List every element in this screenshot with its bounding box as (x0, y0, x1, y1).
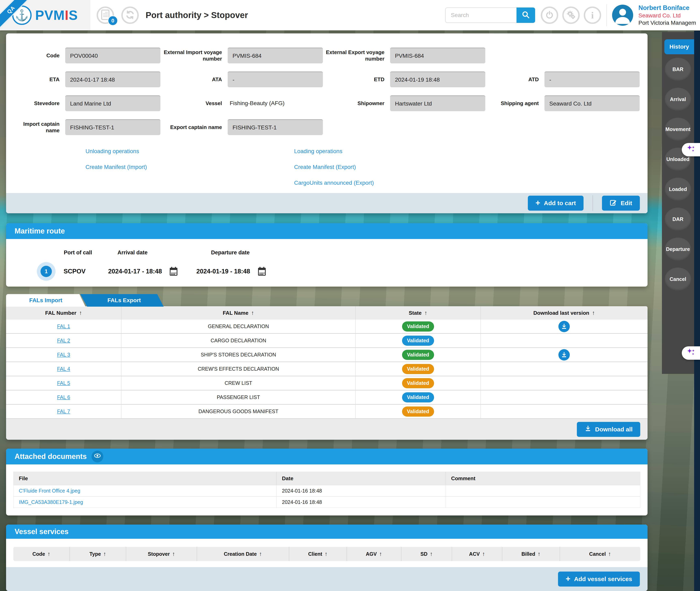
logo-pvm: PVM (35, 8, 65, 23)
arrival-calendar-icon[interactable] (169, 267, 178, 276)
shipowner-label: Shipowner (323, 100, 390, 107)
refresh-button[interactable] (121, 6, 139, 24)
creation-date-column-header[interactable]: Creation Date↑ (197, 547, 289, 561)
fal-number-link[interactable]: FAL 5 (57, 380, 70, 386)
table-row: IMG_CA53A380E179-1.jpeg 2024-01-16 18:48 (13, 496, 640, 508)
ai-assistant-button[interactable] (682, 143, 700, 156)
stopover-column-header[interactable]: Stopover↑ (126, 547, 197, 561)
state-badge: Validated (402, 406, 434, 417)
departure-calendar-icon[interactable] (257, 267, 266, 276)
state-badge: Validated (402, 364, 434, 374)
fal-name-cell: DANGEROUS GOODS MANIFEST (122, 405, 356, 418)
download-icon[interactable] (558, 321, 570, 332)
sidebar-item-bar[interactable]: BAR (665, 58, 691, 81)
stopover-status-sidebar: History BAR Arrival Movement Unloaded Lo… (662, 32, 694, 374)
settings-button[interactable] (562, 6, 580, 24)
table-row: FAL 4 CREW'S EFFECTS DECLARATION Validat… (6, 362, 647, 376)
edit-button[interactable]: Edit (602, 196, 640, 211)
sidebar-item-dar[interactable]: DAR (665, 208, 691, 231)
state-header[interactable]: State↑ (356, 306, 481, 320)
arrival-date-column-label: Arrival date (118, 250, 148, 256)
vessel-services-title: Vessel services (15, 527, 68, 536)
plus-icon: + (566, 575, 570, 583)
eta-label: ETA (12, 76, 65, 83)
fals-footer-bar: Download all (6, 419, 647, 440)
fal-number-header[interactable]: FAL Number↑ (6, 306, 122, 320)
sort-asc-icon: ↑ (537, 551, 540, 557)
fal-name-header[interactable]: FAL Name↑ (122, 306, 356, 320)
user-zone[interactable]: Norbert Boniface Seaward Co. Ltd Port Vi… (607, 4, 700, 26)
sidebar-item-movement[interactable]: Movement (665, 118, 691, 141)
logout-button[interactable] (541, 6, 558, 24)
fal-number-link[interactable]: FAL 4 (57, 366, 70, 372)
logo-i: I (65, 8, 69, 23)
sort-asc-icon: ↑ (592, 310, 595, 316)
file-link[interactable]: C'Fluide Front Office 4.jpeg (19, 488, 80, 494)
code-column-header[interactable]: Code↑ (13, 547, 70, 561)
type-column-header[interactable]: Type↑ (70, 547, 126, 561)
fal-number-link[interactable]: FAL 1 (57, 323, 70, 329)
sidebar-item-cancel[interactable]: Cancel (665, 268, 691, 290)
sidebar-item-arrival[interactable]: Arrival (665, 88, 691, 111)
user-organization: Port Victoria Managem (638, 20, 696, 26)
acv-column-header[interactable]: ACV↑ (452, 547, 502, 561)
sort-asc-icon: ↑ (425, 310, 427, 316)
sidebar-item-loaded[interactable]: Loaded (665, 178, 691, 201)
create-manifest-import-link[interactable]: Create Manifest (Import) (85, 164, 147, 170)
vessel-services-table-header: Code↑ Type↑ Stopover↑ Creation Date↑ Cli… (13, 547, 640, 561)
unloading-operations-link[interactable]: Unloading operations (85, 148, 139, 154)
sort-asc-icon: ↑ (251, 310, 254, 316)
stevedore-field: Land Marine Ltd (65, 95, 161, 111)
create-manifest-export-link[interactable]: Create Manifest (Export) (294, 164, 356, 170)
search-button[interactable] (516, 7, 535, 23)
add-vessel-services-button[interactable]: + Add vessel services (558, 572, 640, 587)
sd-column-header[interactable]: SD↑ (401, 547, 452, 561)
file-header: File (13, 472, 277, 485)
download-last-version-header[interactable]: Download last version↑ (481, 306, 647, 320)
sidebar-item-departure[interactable]: Departure (665, 238, 691, 261)
toggle-visibility-button[interactable] (91, 451, 103, 462)
cart-button[interactable]: 0 (97, 6, 114, 24)
fal-number-link[interactable]: FAL 3 (57, 352, 70, 358)
maritime-route-card: Maritime route Port of call Arrival date… (6, 223, 647, 286)
sort-asc-icon: ↑ (103, 551, 106, 557)
app-logo-text: PVMIS (35, 7, 78, 23)
date-header: Date (277, 472, 446, 485)
agv-column-header[interactable]: AGV↑ (347, 547, 401, 561)
operation-links: Unloading operations Create Manifest (Im… (6, 148, 647, 186)
gears-icon (567, 10, 575, 20)
fals-table-header: FAL Number↑ FAL Name↑ State↑ Download la… (6, 306, 647, 320)
stop-arrival-date: 2024-01-17 - 18:48 (108, 268, 162, 275)
download-icon[interactable] (558, 349, 570, 360)
import-captain-field: FISHING-TEST-1 (65, 119, 161, 135)
toolbar: 0 Port authority > Stopover (90, 0, 700, 30)
client-column-header[interactable]: Client↑ (289, 547, 347, 561)
file-link[interactable]: IMG_CA53A380E179-1.jpeg (19, 499, 83, 505)
cancel-column-header[interactable]: Cancel↑ (560, 547, 640, 561)
eta-field: 2024-01-17 18:48 (65, 71, 161, 87)
search-input[interactable] (445, 7, 516, 23)
fal-number-link[interactable]: FAL 2 (57, 338, 70, 343)
tab-fals-import[interactable]: FALs Import (6, 294, 85, 307)
info-button[interactable]: i (584, 6, 601, 24)
add-to-cart-button[interactable]: + Add to cart (528, 196, 584, 211)
import-captain-label: Import captain name (12, 121, 65, 134)
maritime-route-title: Maritime route (15, 227, 65, 235)
cargounits-announced-export-link[interactable]: CargoUnits announced (Export) (294, 180, 374, 186)
download-all-button[interactable]: Download all (577, 422, 640, 437)
etd-field: 2024-01-19 18:48 (390, 71, 485, 87)
refresh-icon (125, 10, 135, 20)
loading-operations-link[interactable]: Loading operations (294, 148, 342, 154)
table-row: C'Fluide Front Office 4.jpeg 2024-01-16 … (13, 485, 640, 496)
code-label: Code (12, 52, 65, 59)
state-badge: Validated (402, 378, 434, 388)
info-icon: i (591, 10, 594, 21)
tab-fals-export[interactable]: FALs Export (79, 294, 164, 307)
fal-number-link[interactable]: FAL 6 (57, 394, 70, 400)
fal-number-link[interactable]: FAL 7 (57, 408, 70, 414)
ai-assistant-button[interactable] (682, 346, 700, 360)
billed-column-header[interactable]: Billed↑ (502, 547, 560, 561)
attached-documents-title: Attached documents (15, 452, 87, 461)
sidebar-item-history[interactable]: History (664, 39, 694, 54)
sort-asc-icon: ↑ (172, 551, 175, 557)
